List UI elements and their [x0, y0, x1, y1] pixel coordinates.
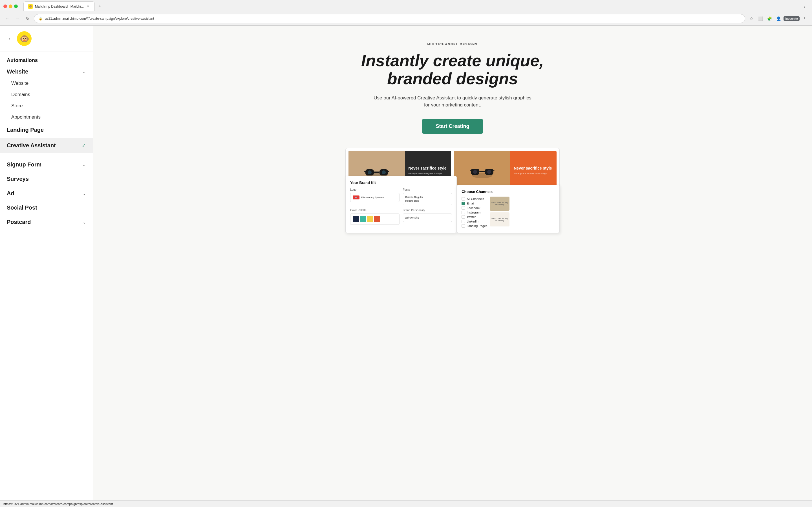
- channel-check-linkedin[interactable]: [462, 220, 465, 223]
- color-swatch-4: [374, 216, 380, 222]
- sidebar-section-postcard[interactable]: Postcard ⌄: [0, 215, 93, 229]
- color-swatch-1: [353, 216, 359, 222]
- logo-label: Logo: [350, 188, 400, 191]
- postcard-label: Postcard: [7, 219, 31, 225]
- channel-preview-text-2: Great looks for any personality: [491, 217, 508, 221]
- sidebar-section-social-post[interactable]: Social Post: [0, 201, 93, 215]
- brand-kit-fonts-col: Fonts Roboto RegularRoboto Bold: [403, 188, 452, 205]
- address-bar[interactable]: 🔒 us21.admin.mailchimp.com/#/create-camp…: [34, 14, 745, 23]
- channel-instagram[interactable]: Instagram: [462, 210, 487, 215]
- brand-kit-personality-col: Brand Personality minimalist: [403, 209, 452, 225]
- sidebar-item-appointments[interactable]: Appointments: [0, 112, 93, 123]
- website-section-label: Website: [7, 68, 28, 75]
- svg-point-7: [382, 170, 386, 174]
- design-card-orange: Never sacrifice style We've got a fit fo…: [454, 151, 557, 190]
- chevron-down-postcard-icon: ⌄: [83, 220, 86, 224]
- channel-check-email[interactable]: ✓: [462, 202, 465, 205]
- sidebar-divider: [0, 155, 93, 155]
- channel-check-instagram[interactable]: [462, 211, 465, 214]
- sidebar-section-signup-form[interactable]: Signup Form ⌄: [0, 158, 93, 172]
- start-creating-button[interactable]: Start Creating: [422, 119, 483, 134]
- svg-rect-13: [492, 170, 495, 171]
- forward-button[interactable]: →: [13, 15, 21, 22]
- sidebar-item-domains[interactable]: Domains: [0, 89, 93, 100]
- brand-kit-overlay: Your Brand Kit Logo 👓 Elementary Eyewear…: [345, 176, 457, 233]
- incognito-label: Incognito: [785, 17, 798, 20]
- brand-kit-logo-col: Logo 👓 Elementary Eyewear: [350, 188, 400, 205]
- cast-icon[interactable]: ⬜: [756, 15, 764, 22]
- channel-label-facebook: Facebook: [467, 206, 480, 210]
- back-button[interactable]: ←: [3, 15, 11, 22]
- browser-actions: ☆ ⬜ 🧩 👤 Incognito ⋮: [748, 15, 809, 22]
- channel-check-facebook[interactable]: [462, 206, 465, 210]
- sidebar-section-ad[interactable]: Ad ⌄: [0, 186, 93, 201]
- channel-all[interactable]: All Channels: [462, 196, 487, 201]
- landing-page-label: Landing Page: [7, 127, 44, 133]
- address-text: us21.admin.mailchimp.com/#/create-campai…: [45, 17, 154, 20]
- tab-close-button[interactable]: ✕: [86, 4, 90, 8]
- bookmark-icon[interactable]: ☆: [748, 15, 755, 22]
- color-swatch-3: [367, 216, 373, 222]
- profile-icon[interactable]: 👤: [774, 15, 782, 22]
- channel-check-all[interactable]: [462, 197, 465, 201]
- creative-assistant-label: Creative Assistant: [7, 142, 56, 149]
- active-tab[interactable]: 🐵 Mailchimp Dashboard | Mailchi... ✕: [23, 1, 95, 11]
- card-headline-dark: Never sacrifice style: [408, 166, 448, 170]
- svg-point-15: [487, 170, 491, 174]
- svg-rect-11: [479, 171, 485, 172]
- channel-twitter[interactable]: Twitter: [462, 215, 487, 219]
- svg-rect-4: [364, 171, 366, 172]
- personality-label: Brand Personality: [403, 209, 452, 212]
- card-subtext-orange: We've got a fit for every face & budget.: [514, 172, 553, 175]
- menu-button[interactable]: ⋮: [801, 15, 809, 22]
- glasses-illustration-orange: [469, 161, 495, 180]
- channel-linkedin[interactable]: LinkedIn: [462, 219, 487, 224]
- extension-icon[interactable]: 🧩: [765, 15, 773, 22]
- svg-rect-5: [387, 171, 389, 172]
- channel-label-landing: Landing Pages: [467, 224, 487, 228]
- channel-check-twitter[interactable]: [462, 215, 465, 219]
- traffic-lights: [3, 4, 18, 8]
- sidebar-toggle-button[interactable]: ‹: [6, 35, 13, 43]
- more-options-button[interactable]: ⋮: [801, 2, 809, 10]
- chevron-down-icon: ⌄: [83, 163, 86, 167]
- color-palette: [353, 216, 397, 222]
- svg-point-14: [473, 170, 477, 174]
- sidebar-section-automations: Automations: [0, 54, 93, 66]
- sidebar-item-website[interactable]: Website: [0, 78, 93, 89]
- sidebar-section-website[interactable]: Website ⌄: [0, 66, 93, 78]
- color-swatch-2: [360, 216, 366, 222]
- close-button[interactable]: [3, 4, 7, 8]
- status-url: https://us21.admin.mailchimp.com/#/creat…: [3, 502, 113, 506]
- chevron-down-ad-icon: ⌄: [83, 191, 86, 196]
- channel-landing-pages[interactable]: Landing Pages: [462, 224, 487, 228]
- channel-check-landing[interactable]: [462, 224, 465, 228]
- new-tab-button[interactable]: +: [96, 2, 104, 10]
- tab-title: Mailchimp Dashboard | Mailchi...: [35, 4, 84, 8]
- sidebar-item-creative-assistant[interactable]: Creative Assistant ✓: [0, 138, 93, 153]
- reload-button[interactable]: ↻: [24, 15, 32, 22]
- mailchimp-logo: 🐵: [17, 31, 32, 46]
- color-label: Color Palette: [350, 209, 400, 212]
- font-value: Roboto RegularRoboto Bold: [405, 195, 450, 203]
- tab-bar: 🐵 Mailchimp Dashboard | Mailchi... ✕ +: [23, 1, 799, 11]
- logo-box: 👓 Elementary Eyewear: [350, 193, 400, 202]
- channels-layout: All Channels ✓ Email Facebook Instag: [462, 196, 555, 228]
- preview-section: Never sacrifice style We've got a fit fo…: [345, 148, 560, 233]
- channel-facebook[interactable]: Facebook: [462, 206, 487, 210]
- color-palette-box: [350, 214, 400, 225]
- channel-label-twitter: Twitter: [467, 215, 476, 219]
- browser-chrome: 🐵 Mailchimp Dashboard | Mailchi... ✕ + ⋮…: [0, 0, 812, 25]
- maximize-button[interactable]: [14, 4, 18, 8]
- address-bar-row: ← → ↻ 🔒 us21.admin.mailchimp.com/#/creat…: [0, 12, 812, 25]
- channel-email[interactable]: ✓ Email: [462, 201, 487, 206]
- incognito-badge: Incognito: [783, 16, 800, 21]
- minimize-button[interactable]: [9, 4, 12, 8]
- sidebar-item-store[interactable]: Store: [0, 100, 93, 112]
- sidebar-section-surveys[interactable]: Surveys: [0, 172, 93, 186]
- sidebar-section-landing-page[interactable]: Landing Page: [0, 123, 93, 137]
- status-bar: https://us21.admin.mailchimp.com/#/creat…: [0, 500, 812, 507]
- page-label: MULTICHANNEL DESIGNS: [427, 43, 478, 46]
- channel-label-email: Email: [467, 202, 474, 205]
- channels-title: Choose Channels: [462, 189, 555, 194]
